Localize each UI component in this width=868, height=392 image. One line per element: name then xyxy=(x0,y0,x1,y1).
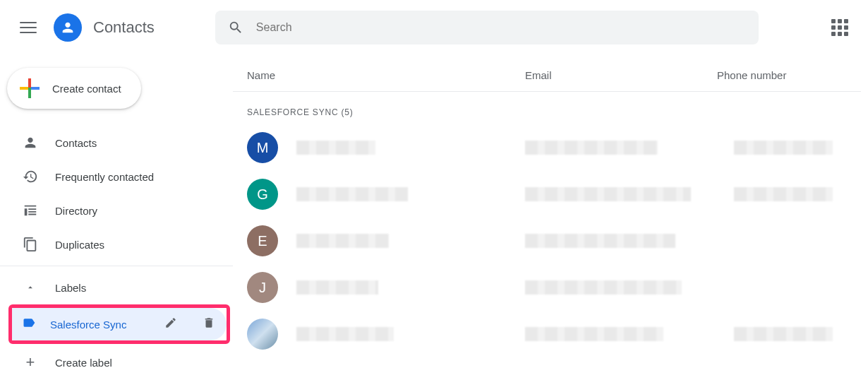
chevron-up-icon xyxy=(23,283,38,292)
sidebar: Create contact Contacts Frequently conta… xyxy=(0,55,233,378)
label-icon xyxy=(22,316,36,333)
table-header: Name Email Phone number xyxy=(233,62,861,92)
redacted-email xyxy=(525,327,663,341)
directory-icon xyxy=(23,203,38,218)
redacted-phone xyxy=(734,141,833,155)
redacted-email xyxy=(525,234,675,248)
main-content: Name Email Phone number SALESFORCE SYNC … xyxy=(233,55,868,378)
avatar: M xyxy=(247,132,278,163)
create-contact-button[interactable]: Create contact xyxy=(7,68,141,109)
redacted-email xyxy=(525,187,691,201)
sidebar-item-label: Duplicates xyxy=(55,239,104,251)
label-text: Salesforce Sync xyxy=(50,319,150,331)
redacted-name xyxy=(296,327,394,341)
person-icon xyxy=(23,135,38,150)
contact-row[interactable]: G xyxy=(233,171,861,218)
sidebar-divider xyxy=(0,266,233,266)
search-box[interactable] xyxy=(215,11,759,44)
labels-section-header[interactable]: Labels xyxy=(0,271,233,304)
labels-header-text: Labels xyxy=(55,282,86,294)
google-apps-icon[interactable] xyxy=(831,19,848,36)
sidebar-item-duplicates[interactable]: Duplicates xyxy=(0,227,233,261)
sidebar-item-frequently-contacted[interactable]: Frequently contacted xyxy=(0,160,233,194)
column-header-phone: Phone number xyxy=(717,69,847,81)
create-label-text: Create label xyxy=(55,357,112,369)
create-label-button[interactable]: + Create label xyxy=(0,347,233,378)
contacts-logo xyxy=(54,13,82,42)
delete-label-icon[interactable] xyxy=(203,316,215,332)
sidebar-item-directory[interactable]: Directory xyxy=(0,194,233,227)
avatar: G xyxy=(247,179,278,210)
highlight-annotation: Salesforce Sync xyxy=(8,304,230,344)
redacted-name xyxy=(296,280,378,295)
avatar xyxy=(247,319,278,350)
sidebar-item-label: Frequently contacted xyxy=(55,171,154,183)
history-icon xyxy=(23,169,38,184)
section-title: SALESFORCE SYNC (5) xyxy=(233,92,861,124)
avatar: E xyxy=(247,225,278,256)
sidebar-item-label: Contacts xyxy=(55,137,97,149)
contact-row[interactable]: M xyxy=(233,124,861,171)
app-title: Contacts xyxy=(93,18,155,37)
redacted-phone xyxy=(734,187,833,201)
duplicates-icon xyxy=(23,237,38,252)
search-icon xyxy=(228,20,243,35)
redacted-name xyxy=(296,234,389,248)
sidebar-item-label: Directory xyxy=(55,205,97,217)
redacted-name xyxy=(296,141,375,155)
contact-row[interactable]: J xyxy=(233,264,861,311)
main-menu-icon[interactable] xyxy=(20,19,37,36)
sidebar-label-salesforce-sync[interactable]: Salesforce Sync xyxy=(12,308,227,340)
edit-label-icon[interactable] xyxy=(164,316,177,332)
contact-row[interactable] xyxy=(233,311,861,357)
search-input[interactable] xyxy=(256,21,746,34)
plus-icon xyxy=(20,78,40,98)
sidebar-item-contacts[interactable]: Contacts xyxy=(0,126,233,160)
redacted-email xyxy=(525,141,658,155)
redacted-phone xyxy=(734,327,833,341)
avatar: J xyxy=(247,272,278,303)
column-header-email: Email xyxy=(525,69,717,81)
app-header: Contacts xyxy=(0,0,868,55)
create-contact-label: Create contact xyxy=(52,83,121,95)
column-header-name: Name xyxy=(247,69,525,81)
contact-row[interactable]: E xyxy=(233,218,861,264)
redacted-email xyxy=(525,280,682,295)
plus-thin-icon: + xyxy=(23,355,38,370)
redacted-name xyxy=(296,187,408,201)
